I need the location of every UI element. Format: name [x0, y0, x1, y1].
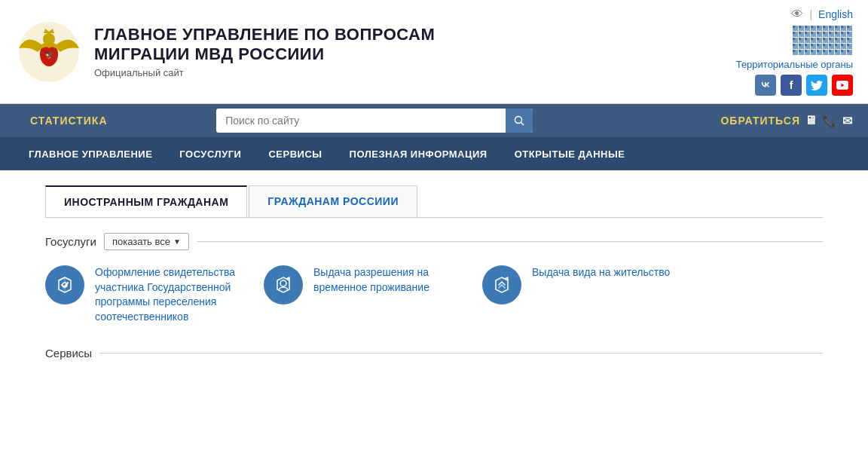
service-card-3: Выдача вида на жительство	[482, 265, 670, 324]
service-cards: Оформление свидетельства участника Госуд…	[45, 265, 823, 324]
search-button[interactable]	[506, 109, 533, 133]
lang-area: 👁 | English	[791, 8, 853, 21]
statistics-label[interactable]: СТАТИСТИКА	[15, 115, 123, 127]
monitor-icon: 🖥	[805, 114, 818, 127]
phone-icon: 📞	[822, 114, 838, 128]
nav-item-servisy[interactable]: СЕРВИСЫ	[255, 137, 335, 170]
contact-label[interactable]: ОБРАТИТЬСЯ	[720, 115, 800, 127]
youtube-icon[interactable]	[832, 75, 853, 96]
site-title: ГЛАВНОЕ УПРАВЛЕНИЕ ПО ВОПРОСАМ МИГРАЦИИ …	[94, 25, 435, 65]
nav-main: ГЛАВНОЕ УПРАВЛЕНИЕ ГОСУСЛУГИ СЕРВИСЫ ПОЛ…	[0, 137, 868, 170]
logo-area: ⬛ 🦅 ГЛАВНОЕ УПРАВЛЕНИЕ ПО ВОПРОСАМ МИГРА…	[15, 18, 435, 86]
nav-item-glavnoe[interactable]: ГЛАВНОЕ УПРАВЛЕНИЕ	[15, 137, 166, 170]
service-icon-1	[45, 265, 84, 305]
logo-emblem: ⬛ 🦅	[15, 18, 83, 86]
search-input[interactable]	[216, 115, 506, 127]
main-content: ИНОСТРАННЫМ ГРАЖДАНАМ ГРАЖДАНАМ РОССИИИ …	[0, 170, 868, 375]
svg-line-10	[521, 123, 524, 126]
show-all-button[interactable]: показать все ▼	[104, 233, 189, 250]
svg-rect-8	[793, 26, 853, 56]
search-bar	[216, 109, 533, 133]
email-icon: ✉	[842, 114, 853, 128]
twitter-icon[interactable]	[806, 75, 827, 96]
nav-item-otkrytye[interactable]: ОТКРЫТЫЕ ДАННЫЕ	[501, 137, 639, 170]
svg-point-12	[280, 280, 286, 286]
servisy-header: Сервисы	[45, 347, 823, 360]
service-icon-3	[482, 265, 521, 305]
tab-foreign-citizens[interactable]: ИНОСТРАННЫМ ГРАЖДАНАМ	[45, 185, 247, 217]
svg-point-3	[43, 33, 55, 45]
nav-top: СТАТИСТИКА ОБРАТИТЬСЯ 🖥 📞 ✉	[0, 104, 868, 137]
tab-russian-citizens[interactable]: ГРАЖДАНАМ РОССИИИ	[249, 185, 417, 217]
service-card-2: Выдача разрешения на временное проживани…	[264, 265, 460, 324]
header-title: ГЛАВНОЕ УПРАВЛЕНИЕ ПО ВОПРОСАМ МИГРАЦИИ …	[94, 25, 435, 79]
chevron-down-icon: ▼	[173, 237, 181, 246]
nav-item-gosusligi[interactable]: ГОСУСЛУГИ	[166, 137, 255, 170]
contact-icons: 🖥 📞 ✉	[805, 114, 853, 128]
servisy-label: Сервисы	[45, 347, 92, 360]
eye-icon: 👁	[791, 8, 803, 21]
tabs: ИНОСТРАННЫМ ГРАЖДАНАМ ГРАЖДАНАМ РОССИИИ	[45, 185, 823, 218]
services-divider	[197, 241, 823, 242]
gosuslugi-label: Госуслуги	[45, 235, 96, 248]
social-icons: f	[755, 75, 853, 96]
gosuslugi-header: Госуслуги показать все ▼	[45, 233, 823, 250]
contact-area: ОБРАТИТЬСЯ 🖥 📞 ✉	[720, 114, 853, 128]
site-subtitle: Официальный сайт	[94, 67, 435, 78]
territorial-link[interactable]: Территориальные органы	[736, 59, 853, 70]
facebook-icon[interactable]: f	[781, 75, 802, 96]
service-link-3[interactable]: Выдача вида на жительство	[532, 265, 670, 280]
service-link-2[interactable]: Выдача разрешения на временное проживани…	[313, 265, 460, 295]
service-icon-2	[264, 265, 303, 305]
vk-icon[interactable]	[755, 75, 776, 96]
header-right: 👁 | English Территориальные органы	[736, 8, 853, 96]
mosaic-pattern	[793, 26, 853, 56]
nav-item-poleznaya[interactable]: ПОЛЕЗНАЯ ИНФОРМАЦИЯ	[336, 137, 501, 170]
header: ⬛ 🦅 ГЛАВНОЕ УПРАВЛЕНИЕ ПО ВОПРОСАМ МИГРА…	[0, 0, 868, 104]
service-link-1[interactable]: Оформление свидетельства участника Госуд…	[95, 265, 241, 324]
svg-text:🦅: 🦅	[44, 50, 54, 60]
territorial-block: Территориальные органы	[736, 26, 853, 70]
svg-point-9	[515, 117, 522, 124]
service-card-1: Оформление свидетельства участника Госуд…	[45, 265, 241, 324]
english-link[interactable]: English	[818, 8, 853, 20]
servisy-divider	[99, 353, 823, 353]
